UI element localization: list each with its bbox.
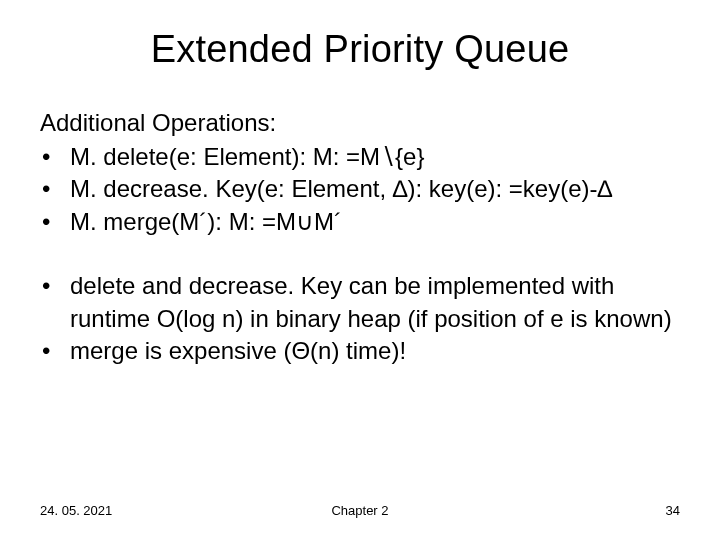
bullet-icon: • bbox=[42, 206, 70, 238]
section-heading: Additional Operations: bbox=[40, 109, 680, 137]
list-item: • M. delete(e: Element): M: =M∖{e} bbox=[40, 141, 680, 173]
bullet-text: M. merge(M´): M: =M∪M´ bbox=[70, 206, 680, 238]
bullet-text: delete and decrease. Key can be implemen… bbox=[70, 270, 680, 335]
bullet-text: M. decrease. Key(e: Element, ∆): key(e):… bbox=[70, 173, 680, 205]
bullet-icon: • bbox=[42, 141, 70, 173]
footer-chapter: Chapter 2 bbox=[331, 503, 388, 518]
footer-date: 24. 05. 2021 bbox=[40, 503, 112, 518]
bullet-icon: • bbox=[42, 270, 70, 302]
bullet-icon: • bbox=[42, 173, 70, 205]
list-item: • merge is expensive (Θ(n) time)! bbox=[40, 335, 680, 367]
list-item: • M. decrease. Key(e: Element, ∆): key(e… bbox=[40, 173, 680, 205]
bullet-list-operations: • M. delete(e: Element): M: =M∖{e} • M. … bbox=[40, 141, 680, 238]
slide-footer: 24. 05. 2021 Chapter 2 34 bbox=[40, 503, 680, 518]
bullet-icon: • bbox=[42, 335, 70, 367]
slide-title: Extended Priority Queue bbox=[40, 28, 680, 71]
bullet-text: merge is expensive (Θ(n) time)! bbox=[70, 335, 680, 367]
footer-page-number: 34 bbox=[666, 503, 680, 518]
bullet-list-notes: • delete and decrease. Key can be implem… bbox=[40, 270, 680, 367]
list-item: • delete and decrease. Key can be implem… bbox=[40, 270, 680, 335]
bullet-text: M. delete(e: Element): M: =M∖{e} bbox=[70, 141, 680, 173]
list-item: • M. merge(M´): M: =M∪M´ bbox=[40, 206, 680, 238]
